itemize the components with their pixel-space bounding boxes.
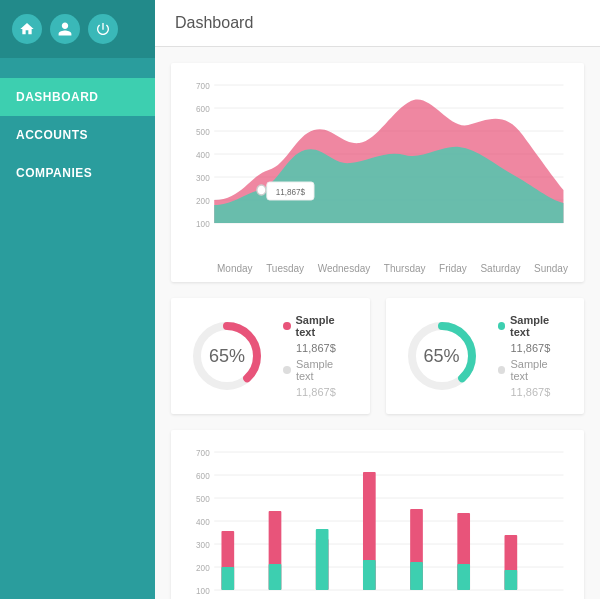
bar-sat-teal bbox=[457, 564, 470, 590]
area-chart-card: 700 600 500 400 300 200 100 11,867$ Mond… bbox=[171, 63, 584, 282]
x-label-sun: Sunday bbox=[534, 263, 568, 274]
svg-text:600: 600 bbox=[196, 471, 210, 481]
donut-value2-pink: 11,867$ bbox=[283, 386, 354, 398]
x-label-sat: Saturday bbox=[480, 263, 520, 274]
content-area: 700 600 500 400 300 200 100 11,867$ Mond… bbox=[155, 47, 600, 599]
donut-secondary-pink: Sample text bbox=[283, 358, 354, 382]
svg-text:400: 400 bbox=[196, 517, 210, 527]
home-button[interactable] bbox=[12, 14, 42, 44]
sidebar-navigation: DASHBOARD ACCOUNTS COMPANIES bbox=[0, 78, 155, 192]
bar-fri-teal bbox=[410, 562, 423, 590]
svg-text:600: 600 bbox=[196, 104, 210, 114]
bar-chart-card: 700 600 500 400 300 200 100 bbox=[171, 430, 584, 599]
main-content: Dashboard 700 600 500 400 300 200 100 bbox=[155, 0, 600, 599]
bar-thu-teal bbox=[363, 560, 376, 590]
donuts-section: 65% Sample text 11,867$ Sample text 11,8… bbox=[171, 298, 584, 414]
donut-secondary-teal: Sample text bbox=[498, 358, 569, 382]
donut-text-1: Sample text bbox=[296, 314, 354, 338]
sidebar-icon-bar bbox=[0, 0, 155, 58]
sidebar-item-companies[interactable]: COMPANIES bbox=[0, 154, 155, 192]
svg-text:200: 200 bbox=[196, 563, 210, 573]
area-chart-x-labels: Monday Tuesday Wednesday Thursday Friday… bbox=[187, 259, 568, 274]
svg-text:200: 200 bbox=[196, 196, 210, 206]
donut-value1-teal: 11,867$ bbox=[498, 342, 569, 354]
svg-text:500: 500 bbox=[196, 494, 210, 504]
power-button[interactable] bbox=[88, 14, 118, 44]
svg-text:500: 500 bbox=[196, 127, 210, 137]
page-header: Dashboard bbox=[155, 0, 600, 47]
x-label-fri: Friday bbox=[439, 263, 467, 274]
svg-text:300: 300 bbox=[196, 173, 210, 183]
sidebar: DASHBOARD ACCOUNTS COMPANIES bbox=[0, 0, 155, 599]
sidebar-item-dashboard[interactable]: DASHBOARD bbox=[0, 78, 155, 116]
donut-primary-label-pink: Sample text bbox=[283, 314, 354, 338]
svg-text:300: 300 bbox=[196, 540, 210, 550]
dot-pink bbox=[283, 322, 291, 330]
page-title: Dashboard bbox=[175, 14, 253, 31]
donut-primary-label-teal: Sample text bbox=[498, 314, 569, 338]
sidebar-item-accounts[interactable]: ACCOUNTS bbox=[0, 116, 155, 154]
donut-card-pink: 65% Sample text 11,867$ Sample text 11,8… bbox=[171, 298, 370, 414]
donut-info-pink: Sample text 11,867$ Sample text 11,867$ bbox=[283, 314, 354, 398]
donut-card-teal: 65% Sample text 11,867$ Sample text 11,8… bbox=[386, 298, 585, 414]
bar-wed-teal bbox=[316, 529, 329, 590]
svg-text:11,867$: 11,867$ bbox=[276, 187, 306, 197]
user-button[interactable] bbox=[50, 14, 80, 44]
bar-sun-teal bbox=[505, 570, 518, 590]
svg-text:400: 400 bbox=[196, 150, 210, 160]
donut-value1-pink: 11,867$ bbox=[283, 342, 354, 354]
x-label-thu: Thursday bbox=[384, 263, 426, 274]
svg-text:700: 700 bbox=[196, 448, 210, 458]
donut-text-4: Sample text bbox=[510, 358, 568, 382]
bar-mon-teal bbox=[221, 567, 234, 590]
svg-text:700: 700 bbox=[196, 81, 210, 91]
dot-gray-teal bbox=[498, 366, 506, 374]
x-label-tue: Tuesday bbox=[266, 263, 304, 274]
dot-gray-pink bbox=[283, 366, 291, 374]
dot-teal bbox=[498, 322, 506, 330]
svg-text:100: 100 bbox=[196, 219, 210, 229]
donut-value2-teal: 11,867$ bbox=[498, 386, 569, 398]
x-label-mon: Monday bbox=[217, 263, 253, 274]
donut-wrapper-pink: 65% bbox=[187, 316, 267, 396]
donut-wrapper-teal: 65% bbox=[402, 316, 482, 396]
x-label-wed: Wednesday bbox=[318, 263, 371, 274]
donut-info-teal: Sample text 11,867$ Sample text 11,867$ bbox=[498, 314, 569, 398]
donut-percent-pink: 65% bbox=[209, 346, 245, 367]
bar-tue-teal bbox=[269, 564, 282, 590]
bar-chart: 700 600 500 400 300 200 100 bbox=[187, 442, 568, 599]
area-chart: 700 600 500 400 300 200 100 11,867$ bbox=[187, 75, 568, 255]
donut-text-2: Sample text bbox=[296, 358, 354, 382]
donut-text-3: Sample text bbox=[510, 314, 568, 338]
donut-percent-teal: 65% bbox=[423, 346, 459, 367]
svg-point-14 bbox=[257, 185, 266, 195]
svg-text:100: 100 bbox=[196, 586, 210, 596]
